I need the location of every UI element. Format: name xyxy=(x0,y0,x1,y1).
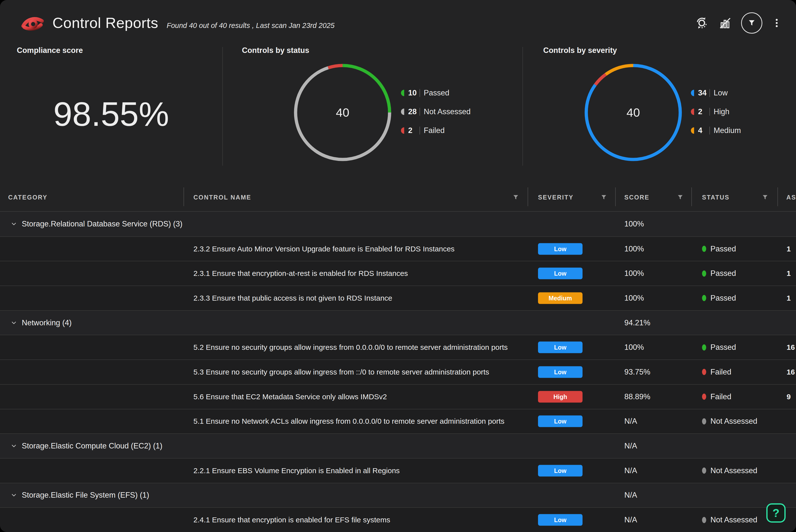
control-name: 2.2.1 Ensure EBS Volume Encryption is En… xyxy=(193,467,400,475)
legend-item-failed[interactable]: 2Failed xyxy=(401,124,471,137)
score-value: 88.89% xyxy=(624,392,650,401)
score-value: 100% xyxy=(624,245,644,253)
legend-value: 2 xyxy=(698,107,709,116)
control-name: 2.3.2 Ensure Auto Minor Version Upgrade … xyxy=(193,245,455,253)
chevron-down-icon[interactable] xyxy=(10,491,18,500)
legend-divider xyxy=(709,108,710,116)
severity-badge: Low xyxy=(538,268,582,279)
legend-label: High xyxy=(714,107,729,116)
control-name: 5.6 Ensure that EC2 Metadata Service onl… xyxy=(193,393,387,401)
legend-item-low[interactable]: 34Low xyxy=(691,86,741,100)
legend-item-high[interactable]: 2High xyxy=(691,105,741,119)
legend-bullet-icon xyxy=(691,90,694,96)
table-row-group[interactable]: Storage.Elastic Compute Cloud (EC2) (1)N… xyxy=(0,433,796,458)
column-header-severity[interactable]: SEVERITY xyxy=(538,194,574,201)
legend-value: 10 xyxy=(408,89,420,97)
chevron-down-icon[interactable] xyxy=(10,318,18,327)
table-row-control[interactable]: 5.1 Ensure no Network ACLs allow ingress… xyxy=(0,409,796,434)
legend-item-not-assessed[interactable]: 28Not Assessed xyxy=(401,105,471,119)
column-header-control-name[interactable]: CONTROL NAME xyxy=(193,194,251,201)
score-filter-icon[interactable] xyxy=(677,194,684,201)
table-row-control[interactable]: 2.3.1 Ensure that encryption-at-rest is … xyxy=(0,261,796,286)
control-name-filter-icon[interactable] xyxy=(512,194,519,201)
column-header-status[interactable]: STATUS xyxy=(702,194,729,201)
table-row-control[interactable]: 2.3.2 Ensure Auto Minor Version Upgrade … xyxy=(0,236,796,261)
status-donut-chart: 40 xyxy=(291,61,394,165)
control-name: 5.2 Ensure no security groups allow ingr… xyxy=(193,343,508,352)
column-separator xyxy=(691,187,692,206)
status-label: Passed xyxy=(710,294,736,303)
control-name: 2.3.1 Ensure that encryption-at-rest is … xyxy=(193,269,408,278)
table-row-control[interactable]: 2.3.3 Ensure that public access is not g… xyxy=(0,286,796,310)
table-body: Storage.Relational Database Service (RDS… xyxy=(0,212,796,532)
status-dot-icon xyxy=(702,270,706,277)
column-header-assets[interactable]: ASSETS xyxy=(786,194,796,201)
chevron-down-icon[interactable] xyxy=(10,220,18,228)
status-label: Passed xyxy=(710,245,736,253)
toggle-charts-button[interactable] xyxy=(718,16,732,30)
legend-value: 28 xyxy=(408,107,420,116)
status-cell: Passed xyxy=(702,245,736,253)
card-title: Compliance score xyxy=(17,46,83,55)
group-label: Storage.Elastic File System (EFS) (1) xyxy=(22,491,149,500)
auto-refresh-button[interactable] xyxy=(695,16,709,30)
table-row-control[interactable]: 5.6 Ensure that EC2 Metadata Service onl… xyxy=(0,384,796,409)
severity-badge: High xyxy=(538,391,582,402)
filter-button[interactable] xyxy=(741,12,762,34)
more-options-button[interactable] xyxy=(771,16,782,30)
legend-item-passed[interactable]: 10Passed xyxy=(401,86,471,100)
assets-count: 1 xyxy=(786,269,791,278)
auto-refresh-icon xyxy=(695,16,709,30)
status-cell: Failed xyxy=(702,392,731,401)
severity-donut-total: 40 xyxy=(581,61,685,165)
table-row-control[interactable]: 2.4.1 Ensure that encryption is enabled … xyxy=(0,507,796,532)
legend-divider xyxy=(709,127,710,134)
status-label: Passed xyxy=(710,343,736,352)
table-row-group[interactable]: Networking (4)94.21% xyxy=(0,310,796,335)
column-header-category[interactable]: CATEGORY xyxy=(8,194,48,201)
table-row-control[interactable]: 5.2 Ensure no security groups allow ingr… xyxy=(0,335,796,359)
score-value: 100% xyxy=(624,343,644,352)
score-value: N/A xyxy=(624,466,637,475)
header-actions xyxy=(695,12,782,34)
status-donut-total: 40 xyxy=(291,61,394,165)
group-label: Storage.Relational Database Service (RDS… xyxy=(22,220,183,228)
status-cell: Not Assessed xyxy=(702,515,757,524)
column-separator xyxy=(615,187,616,206)
status-dot-icon xyxy=(702,468,706,474)
app-header: Control Reports Found 40 out of 40 resul… xyxy=(0,0,796,46)
legend-bullet-icon xyxy=(401,90,404,96)
table-row-group[interactable]: Storage.Elastic File System (EFS) (1)N/A xyxy=(0,483,796,508)
table-row-group[interactable]: Storage.Relational Database Service (RDS… xyxy=(0,212,796,236)
help-button[interactable]: ? xyxy=(766,503,785,522)
page-title: Control Reports xyxy=(52,14,158,32)
status-label: Not Assessed xyxy=(710,417,757,426)
legend-bullet-icon xyxy=(691,109,694,115)
chevron-down-icon[interactable] xyxy=(10,441,18,451)
table-row-control[interactable]: 5.3 Ensure no security groups allow ingr… xyxy=(0,359,796,384)
filter-funnel-icon xyxy=(747,19,756,27)
control-name: 5.3 Ensure no security groups allow ingr… xyxy=(193,368,489,376)
column-header-score[interactable]: SCORE xyxy=(624,194,649,201)
summary-section: Compliance score 98.55% Controls by stat… xyxy=(0,44,796,179)
assets-count: 16 xyxy=(786,343,795,352)
group-score: 94.21% xyxy=(624,318,650,327)
severity-filter-icon[interactable] xyxy=(600,194,608,201)
legend-label: Passed xyxy=(424,89,449,97)
legend-divider xyxy=(709,89,710,97)
legend-bullet-icon xyxy=(401,127,404,134)
group-score: N/A xyxy=(624,441,637,451)
status-cell: Not Assessed xyxy=(702,417,757,426)
brand: Control Reports Found 40 out of 40 resul… xyxy=(19,12,695,34)
group-label: Storage.Elastic Compute Cloud (EC2) (1) xyxy=(22,441,163,451)
legend-item-medium[interactable]: 4Medium xyxy=(691,124,741,137)
table-row-control[interactable]: 2.2.1 Ensure EBS Volume Encryption is En… xyxy=(0,458,796,483)
legend-bullet-icon xyxy=(401,109,404,115)
status-cell: Passed xyxy=(702,343,736,352)
score-value: 100% xyxy=(624,294,644,303)
status-dot-icon xyxy=(702,369,706,375)
score-value: 93.75% xyxy=(624,367,650,377)
column-separator xyxy=(527,187,528,206)
status-filter-icon[interactable] xyxy=(761,194,769,201)
status-dot-icon xyxy=(702,295,706,301)
